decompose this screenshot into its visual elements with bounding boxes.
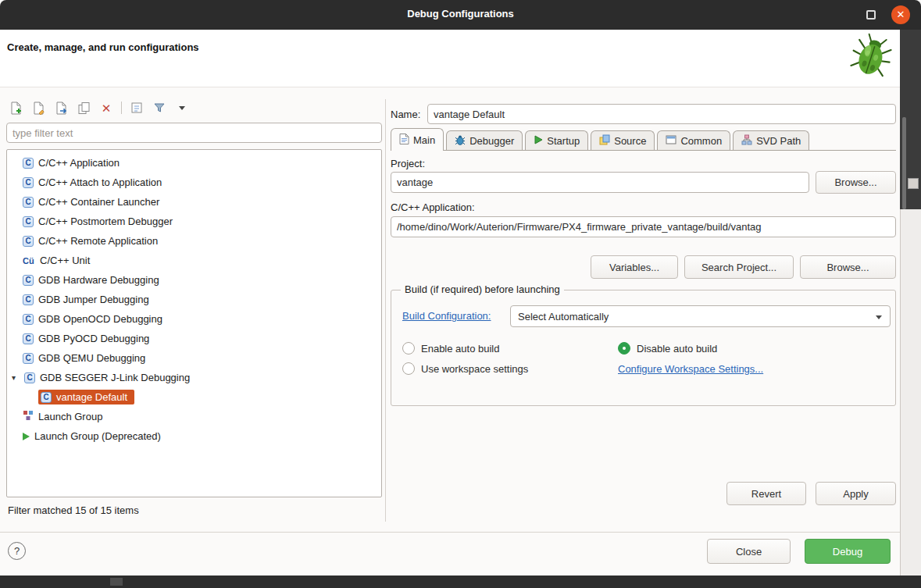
c-application-icon <box>23 275 34 286</box>
tree-item[interactable]: GDB QEMU Debugging <box>7 348 381 368</box>
export-configurations-icon[interactable] <box>53 100 69 116</box>
play-icon <box>534 135 543 147</box>
duplicate-icon[interactable] <box>76 100 91 116</box>
svd-path-icon <box>741 134 752 148</box>
filter-status: Filter matched 15 of 15 items <box>8 504 139 516</box>
configurations-tree: C/C++ Application C/C++ Attach to Applic… <box>6 149 382 497</box>
tree-item-label: C/C++ Application <box>38 157 120 169</box>
tree-item-label: Launch Group (Deprecated) <box>34 430 161 442</box>
play-icon <box>23 433 30 440</box>
radio-workspace-label[interactable]: Use workspace settings <box>421 363 528 375</box>
project-label: Project: <box>391 158 425 169</box>
background-window-strip-light <box>900 209 921 576</box>
tab-startup[interactable]: Startup <box>525 130 588 150</box>
tree-item[interactable]: C/C++ Container Launcher <box>7 192 381 212</box>
tree-item[interactable]: GDB Hardware Debugging <box>7 270 381 290</box>
tree-item[interactable]: C/C++ Attach to Application <box>7 173 381 192</box>
close-icon[interactable] <box>891 5 910 24</box>
new-prototype-icon[interactable] <box>30 100 46 116</box>
close-button[interactable]: Close <box>707 539 791 564</box>
tree-item[interactable]: C/C++ Unit <box>7 251 381 270</box>
tab-debugger[interactable]: Debugger <box>446 130 523 150</box>
tab-label: SVD Path <box>756 135 801 147</box>
tree-item-label: C/C++ Postmortem Debugger <box>38 216 173 227</box>
application-path-input[interactable] <box>391 216 896 237</box>
tree-item-label: GDB QEMU Debugging <box>38 352 145 364</box>
tree-item[interactable]: C/C++ Remote Application <box>7 231 381 251</box>
c-application-icon <box>23 177 34 188</box>
collapse-all-icon[interactable] <box>129 100 145 116</box>
tree-item[interactable]: GDB OpenOCD Debugging <box>7 309 381 329</box>
restore-icon[interactable] <box>866 10 876 20</box>
dialog-subtitle: Create, manage, and run configurations <box>7 41 199 53</box>
tree-item[interactable]: GDB Jumper Debugging <box>7 290 381 309</box>
scrollbar-thumb <box>902 117 906 209</box>
radio-enable-label[interactable]: Enable auto build <box>421 343 499 355</box>
group-title: Build (if required) before launching <box>401 283 564 295</box>
browse-project-button[interactable]: Browse... <box>816 171 896 194</box>
dialog-header: Create, manage, and run configurations <box>0 30 900 87</box>
window-title: Debug Configurations <box>0 8 921 20</box>
apply-button[interactable]: Apply <box>816 482 896 505</box>
radio-use-workspace-settings[interactable] <box>402 362 415 375</box>
toolbar-separator <box>121 102 122 114</box>
document-icon <box>399 134 409 147</box>
radio-disable-auto-build[interactable] <box>618 342 630 355</box>
delete-icon[interactable]: ✕ <box>98 100 114 116</box>
background-taskbar-strip <box>0 576 921 588</box>
name-input[interactable] <box>427 104 896 124</box>
expander-down-icon[interactable]: ▾ <box>12 373 20 382</box>
debug-button[interactable]: Debug <box>805 539 891 564</box>
tab-svd-path[interactable]: SVD Path <box>733 130 809 150</box>
tree-item-label: Launch Group <box>38 411 102 422</box>
help-icon[interactable]: ? <box>8 542 26 560</box>
c-application-icon <box>41 392 52 403</box>
browse-application-button[interactable]: Browse... <box>800 255 896 279</box>
tab-main[interactable]: Main <box>391 128 444 151</box>
tree-item[interactable]: Launch Group (Deprecated) <box>7 426 381 446</box>
build-configuration-link[interactable]: Build Configuration: <box>402 310 491 322</box>
chevron-down-icon <box>876 315 882 319</box>
config-tabs: Main Debugger Startup Source Common SVD … <box>391 128 896 151</box>
tree-item-label: C/C++ Container Launcher <box>38 196 159 208</box>
scrollbar-box <box>908 178 919 189</box>
tree-item[interactable]: Launch Group <box>7 407 381 426</box>
application-label: C/C++ Application: <box>391 201 475 213</box>
tree-item-label: GDB Jumper Debugging <box>38 294 149 305</box>
project-input[interactable] <box>391 172 809 193</box>
tree-item[interactable]: GDB PyOCD Debugging <box>7 329 381 348</box>
panel-sash[interactable] <box>385 99 386 522</box>
filter-input[interactable] <box>6 123 382 143</box>
launch-group-icon <box>23 410 34 423</box>
tree-item-label: C/C++ Remote Application <box>38 235 158 247</box>
radio-enable-auto-build[interactable] <box>402 342 415 355</box>
tree-item-label: vantage Default <box>56 391 127 403</box>
tree-item-selected[interactable]: vantage Default <box>7 387 381 407</box>
tree-item-expanded[interactable]: ▾GDB SEGGER J-Link Debugging <box>7 368 381 387</box>
menu-dropdown-icon[interactable] <box>174 100 190 116</box>
c-application-icon <box>23 353 34 364</box>
tree-item[interactable]: C/C++ Application <box>7 153 381 173</box>
new-configuration-icon[interactable] <box>8 100 23 116</box>
debugger-bug-icon <box>455 134 466 148</box>
revert-button[interactable]: Revert <box>726 482 806 505</box>
configure-workspace-settings-link[interactable]: Configure Workspace Settings... <box>618 363 763 375</box>
tree-item-label: GDB Hardware Debugging <box>38 274 159 286</box>
search-project-button[interactable]: Search Project... <box>684 255 794 279</box>
tree-item-label: GDB OpenOCD Debugging <box>38 313 162 325</box>
tab-label: Source <box>614 135 646 147</box>
build-configuration-select[interactable]: Select Automatically <box>510 305 891 327</box>
c-unit-icon <box>23 256 35 265</box>
tree-item-label: GDB PyOCD Debugging <box>38 333 149 344</box>
tab-common[interactable]: Common <box>657 130 730 150</box>
tree-item[interactable]: C/C++ Postmortem Debugger <box>7 212 381 231</box>
debug-configurations-dialog: Debug Configurations Create, manage, and… <box>0 0 921 588</box>
variables-button[interactable]: Variables... <box>591 255 678 279</box>
configurations-toolbar: ✕ <box>8 99 190 116</box>
debug-beetle-icon <box>848 33 894 83</box>
tab-label: Common <box>680 135 722 147</box>
filter-icon[interactable] <box>152 100 167 116</box>
tab-source[interactable]: Source <box>591 130 655 150</box>
radio-disable-label[interactable]: Disable auto build <box>637 343 717 355</box>
tab-label: Debugger <box>469 135 514 147</box>
